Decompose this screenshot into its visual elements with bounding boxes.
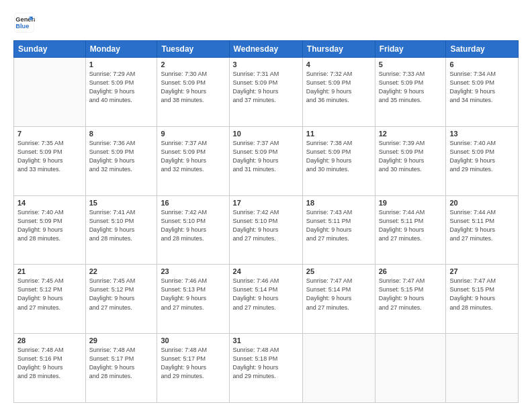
day-info: Sunrise: 7:44 AM Sunset: 5:11 PM Dayligh… — [379, 208, 443, 243]
calendar-cell — [302, 334, 375, 403]
calendar-header-row: SundayMondayTuesdayWednesdayThursdayFrid… — [14, 41, 519, 58]
day-info: Sunrise: 7:45 AM Sunset: 5:12 PM Dayligh… — [89, 277, 154, 312]
day-number: 14 — [17, 199, 82, 207]
day-number: 7 — [17, 130, 82, 138]
day-info: Sunrise: 7:37 AM Sunset: 5:09 PM Dayligh… — [233, 139, 299, 174]
day-number: 30 — [161, 336, 225, 345]
calendar-cell: 8Sunrise: 7:36 AM Sunset: 5:09 PM Daylig… — [85, 126, 157, 195]
day-info: Sunrise: 7:47 AM Sunset: 5:15 PM Dayligh… — [379, 277, 443, 312]
calendar-cell: 30Sunrise: 7:48 AM Sunset: 5:17 PM Dayli… — [157, 334, 229, 403]
day-info: Sunrise: 7:41 AM Sunset: 5:10 PM Dayligh… — [89, 208, 154, 243]
calendar-cell: 20Sunrise: 7:44 AM Sunset: 5:11 PM Dayli… — [446, 195, 519, 265]
day-number: 25 — [306, 267, 371, 275]
calendar-cell: 3Sunrise: 7:31 AM Sunset: 5:09 PM Daylig… — [229, 58, 302, 127]
calendar-cell: 24Sunrise: 7:46 AM Sunset: 5:14 PM Dayli… — [229, 265, 302, 334]
day-number: 17 — [233, 199, 299, 207]
day-info: Sunrise: 7:36 AM Sunset: 5:09 PM Dayligh… — [89, 139, 154, 174]
day-number: 9 — [161, 130, 225, 138]
day-info: Sunrise: 7:35 AM Sunset: 5:09 PM Dayligh… — [17, 139, 82, 174]
calendar-week-row: 7Sunrise: 7:35 AM Sunset: 5:09 PM Daylig… — [14, 126, 519, 195]
day-number: 19 — [379, 199, 443, 207]
calendar-cell: 11Sunrise: 7:38 AM Sunset: 5:09 PM Dayli… — [302, 126, 375, 195]
day-info: Sunrise: 7:46 AM Sunset: 5:13 PM Dayligh… — [161, 277, 225, 312]
day-info: Sunrise: 7:38 AM Sunset: 5:09 PM Dayligh… — [306, 139, 371, 174]
day-info: Sunrise: 7:47 AM Sunset: 5:14 PM Dayligh… — [306, 277, 371, 312]
calendar-cell: 6Sunrise: 7:34 AM Sunset: 5:09 PM Daylig… — [446, 58, 519, 127]
weekday-header: Friday — [375, 41, 446, 58]
calendar-cell — [375, 334, 446, 403]
day-number: 3 — [233, 60, 299, 68]
day-number: 4 — [306, 60, 371, 68]
calendar-cell: 19Sunrise: 7:44 AM Sunset: 5:11 PM Dayli… — [375, 195, 446, 265]
day-number: 20 — [449, 199, 515, 207]
day-number: 24 — [233, 267, 299, 275]
calendar-cell: 18Sunrise: 7:43 AM Sunset: 5:11 PM Dayli… — [302, 195, 375, 265]
calendar-cell: 17Sunrise: 7:42 AM Sunset: 5:10 PM Dayli… — [229, 195, 302, 265]
day-info: Sunrise: 7:47 AM Sunset: 5:15 PM Dayligh… — [449, 277, 515, 312]
day-number: 2 — [161, 60, 225, 68]
day-info: Sunrise: 7:39 AM Sunset: 5:09 PM Dayligh… — [379, 139, 443, 174]
day-info: Sunrise: 7:42 AM Sunset: 5:10 PM Dayligh… — [161, 208, 225, 243]
calendar-cell: 7Sunrise: 7:35 AM Sunset: 5:09 PM Daylig… — [14, 126, 86, 195]
day-info: Sunrise: 7:40 AM Sunset: 5:09 PM Dayligh… — [17, 208, 82, 243]
day-number: 5 — [379, 60, 443, 68]
calendar-cell: 16Sunrise: 7:42 AM Sunset: 5:10 PM Dayli… — [157, 195, 229, 265]
calendar-cell: 5Sunrise: 7:33 AM Sunset: 5:09 PM Daylig… — [375, 58, 446, 127]
day-info: Sunrise: 7:48 AM Sunset: 5:17 PM Dayligh… — [89, 346, 154, 381]
logo-icon: General Blue — [13, 12, 35, 34]
calendar-week-row: 28Sunrise: 7:48 AM Sunset: 5:16 PM Dayli… — [14, 334, 519, 403]
day-number: 15 — [89, 199, 154, 207]
calendar-cell: 2Sunrise: 7:30 AM Sunset: 5:09 PM Daylig… — [157, 58, 229, 127]
day-info: Sunrise: 7:46 AM Sunset: 5:14 PM Dayligh… — [233, 277, 299, 312]
day-number: 18 — [306, 199, 371, 207]
day-number: 27 — [449, 267, 515, 275]
logo: General Blue — [13, 12, 35, 34]
calendar-cell: 26Sunrise: 7:47 AM Sunset: 5:15 PM Dayli… — [375, 265, 446, 334]
day-info: Sunrise: 7:29 AM Sunset: 5:09 PM Dayligh… — [89, 70, 154, 105]
day-info: Sunrise: 7:34 AM Sunset: 5:09 PM Dayligh… — [449, 70, 515, 105]
weekday-header: Monday — [85, 41, 157, 58]
day-info: Sunrise: 7:42 AM Sunset: 5:10 PM Dayligh… — [233, 208, 299, 243]
day-info: Sunrise: 7:37 AM Sunset: 5:09 PM Dayligh… — [161, 139, 225, 174]
weekday-header: Tuesday — [157, 41, 229, 58]
day-info: Sunrise: 7:48 AM Sunset: 5:18 PM Dayligh… — [233, 346, 299, 381]
weekday-header: Thursday — [302, 41, 375, 58]
day-info: Sunrise: 7:30 AM Sunset: 5:09 PM Dayligh… — [161, 70, 225, 105]
calendar-cell: 13Sunrise: 7:40 AM Sunset: 5:09 PM Dayli… — [446, 126, 519, 195]
calendar-cell — [446, 334, 519, 403]
day-info: Sunrise: 7:48 AM Sunset: 5:17 PM Dayligh… — [161, 346, 225, 381]
day-number: 29 — [89, 336, 154, 345]
day-info: Sunrise: 7:33 AM Sunset: 5:09 PM Dayligh… — [379, 70, 443, 105]
day-number: 28 — [17, 336, 82, 345]
calendar-cell: 14Sunrise: 7:40 AM Sunset: 5:09 PM Dayli… — [14, 195, 86, 265]
day-info: Sunrise: 7:43 AM Sunset: 5:11 PM Dayligh… — [306, 208, 371, 243]
day-number: 23 — [161, 267, 225, 275]
weekday-header: Saturday — [446, 41, 519, 58]
calendar-cell: 27Sunrise: 7:47 AM Sunset: 5:15 PM Dayli… — [446, 265, 519, 334]
calendar-cell — [14, 58, 86, 127]
day-number: 16 — [161, 199, 225, 207]
day-number: 13 — [449, 130, 515, 138]
calendar-page: General Blue SundayMondayTuesdayWednesda… — [0, 0, 532, 411]
day-number: 10 — [233, 130, 299, 138]
calendar-table: SundayMondayTuesdayWednesdayThursdayFrid… — [13, 40, 519, 403]
calendar-week-row: 21Sunrise: 7:45 AM Sunset: 5:12 PM Dayli… — [14, 265, 519, 334]
day-number: 31 — [233, 336, 299, 345]
day-number: 26 — [379, 267, 443, 275]
calendar-week-row: 14Sunrise: 7:40 AM Sunset: 5:09 PM Dayli… — [14, 195, 519, 265]
day-number: 6 — [449, 60, 515, 68]
day-info: Sunrise: 7:44 AM Sunset: 5:11 PM Dayligh… — [449, 208, 515, 243]
day-info: Sunrise: 7:40 AM Sunset: 5:09 PM Dayligh… — [449, 139, 515, 174]
calendar-cell: 1Sunrise: 7:29 AM Sunset: 5:09 PM Daylig… — [85, 58, 157, 127]
day-number: 1 — [89, 60, 154, 68]
calendar-body: 1Sunrise: 7:29 AM Sunset: 5:09 PM Daylig… — [14, 58, 519, 403]
calendar-cell: 12Sunrise: 7:39 AM Sunset: 5:09 PM Dayli… — [375, 126, 446, 195]
day-info: Sunrise: 7:31 AM Sunset: 5:09 PM Dayligh… — [233, 70, 299, 105]
weekday-header: Sunday — [14, 41, 86, 58]
calendar-cell: 23Sunrise: 7:46 AM Sunset: 5:13 PM Dayli… — [157, 265, 229, 334]
calendar-cell: 28Sunrise: 7:48 AM Sunset: 5:16 PM Dayli… — [14, 334, 86, 403]
calendar-cell: 29Sunrise: 7:48 AM Sunset: 5:17 PM Dayli… — [85, 334, 157, 403]
calendar-week-row: 1Sunrise: 7:29 AM Sunset: 5:09 PM Daylig… — [14, 58, 519, 127]
day-number: 21 — [17, 267, 82, 275]
calendar-cell: 4Sunrise: 7:32 AM Sunset: 5:09 PM Daylig… — [302, 58, 375, 127]
